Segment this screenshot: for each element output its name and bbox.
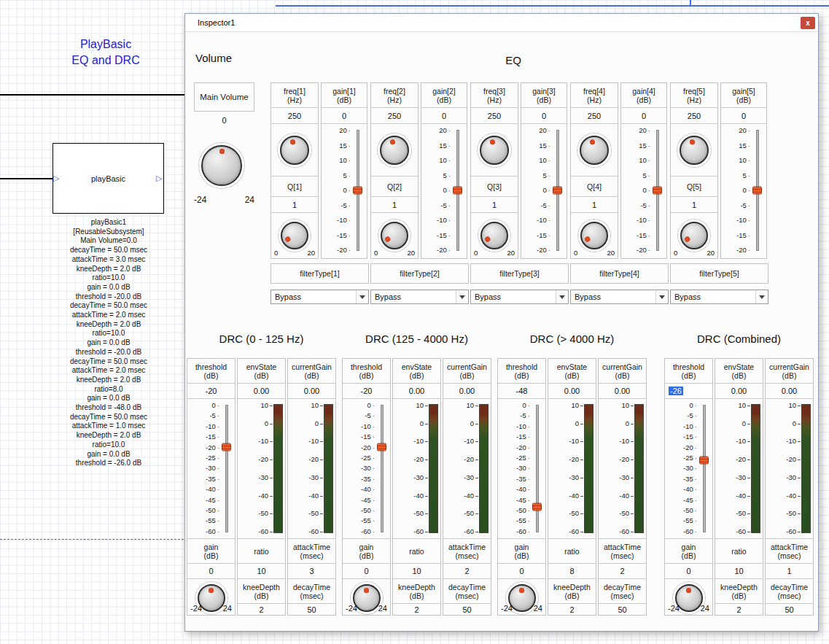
q-value[interactable]: 1: [371, 197, 418, 213]
ratio-value[interactable]: 10: [715, 564, 763, 579]
freq-value[interactable]: 250: [571, 108, 618, 124]
filtertype-dropdown[interactable]: Bypass: [570, 290, 669, 304]
slider-handle[interactable]: [752, 187, 762, 195]
gain-value[interactable]: 0: [721, 108, 766, 124]
q-knob[interactable]: 020: [571, 213, 618, 258]
q-knob[interactable]: 020: [371, 213, 418, 258]
freq-value[interactable]: 250: [371, 108, 418, 124]
kneedepth-value[interactable]: 2: [238, 604, 285, 615]
freq-value[interactable]: 250: [471, 108, 518, 124]
threshold-value[interactable]: -20: [343, 384, 390, 399]
freq-value[interactable]: 250: [271, 108, 318, 124]
eq-channel-2: freq[2](Hz) 250 Q[2] 1 020 gain[2](dB) 0: [370, 82, 469, 304]
playbasic-block[interactable]: playBasic: [52, 143, 164, 214]
q-value[interactable]: 1: [571, 197, 618, 213]
ratio-label-cell: ratio: [548, 539, 596, 564]
close-button[interactable]: x: [801, 17, 815, 29]
eq-channel-1: freq[1](Hz) 250 Q[1] 1 020 gain[1](dB) 0: [271, 82, 369, 304]
gain-value[interactable]: 0: [322, 108, 367, 124]
window-titlebar[interactable]: Inspector1 x: [185, 14, 818, 32]
q-knob[interactable]: 020: [471, 213, 518, 258]
knob-pointer-icon: [677, 219, 712, 253]
q-value[interactable]: 1: [271, 197, 318, 213]
gain-value[interactable]: 0: [187, 564, 235, 579]
slider-rail[interactable]: [652, 130, 663, 251]
gain-value[interactable]: 0: [343, 564, 390, 579]
gain-knob[interactable]: -2424: [343, 579, 390, 615]
attacktime-value[interactable]: 2: [443, 564, 491, 579]
freq-knob[interactable]: [571, 124, 618, 176]
kneedepth-value[interactable]: 2: [393, 604, 440, 615]
threshold-value[interactable]: -26: [665, 384, 712, 399]
decaytime-value[interactable]: 50: [766, 604, 813, 615]
gain-knob[interactable]: -2424: [187, 579, 235, 615]
slider-rail[interactable]: [752, 130, 763, 251]
gain-value[interactable]: 0: [665, 564, 712, 579]
slider-handle[interactable]: [222, 443, 231, 451]
slider-rail[interactable]: [698, 405, 710, 532]
threshold-slider[interactable]: 0-5-10-15-20-25-30-35-40-45-50-55-60: [188, 399, 234, 538]
kneedepth-value[interactable]: 2: [715, 604, 763, 615]
freq-knob[interactable]: [671, 124, 717, 176]
q-knob[interactable]: 020: [271, 213, 318, 258]
attacktime-label-cell: attackTime(msec): [599, 539, 646, 564]
slider-rail[interactable]: [552, 130, 564, 251]
gain-value[interactable]: 0: [621, 108, 666, 124]
q-value[interactable]: 1: [671, 197, 717, 213]
gain-value[interactable]: 0: [521, 108, 567, 124]
filtertype-dropdown[interactable]: Bypass: [470, 290, 569, 304]
freq-knob[interactable]: [371, 124, 418, 176]
attacktime-value[interactable]: 3: [288, 564, 335, 579]
threshold-slider[interactable]: 0-5-10-15-20-25-30-35-40-45-50-55-60: [666, 399, 712, 538]
gain-slider[interactable]: 20151050-5-10-15-20: [323, 124, 365, 257]
gain-value[interactable]: 0: [498, 564, 545, 579]
kneedepth-value[interactable]: 2: [548, 604, 596, 615]
slider-handle[interactable]: [653, 187, 662, 195]
slider-rail[interactable]: [452, 130, 464, 251]
decaytime-value[interactable]: 50: [288, 604, 335, 615]
slider-handle[interactable]: [377, 443, 386, 451]
main-volume-value[interactable]: 0: [194, 116, 254, 125]
gain-slider[interactable]: 20151050-5-10-15-20: [423, 124, 465, 257]
gain-slider[interactable]: 20151050-5-10-15-20: [523, 124, 565, 257]
filtertype-dropdown[interactable]: Bypass: [670, 290, 768, 304]
threshold-value[interactable]: -48: [498, 384, 545, 399]
slider-handle[interactable]: [453, 187, 462, 195]
gain-label-cell: gain(dB): [665, 539, 712, 564]
threshold-value[interactable]: -20: [187, 384, 235, 399]
gain-value[interactable]: 0: [421, 108, 467, 124]
ratio-value[interactable]: 8: [548, 564, 596, 579]
decaytime-value[interactable]: 50: [443, 604, 491, 615]
threshold-slider[interactable]: 0-5-10-15-20-25-30-35-40-45-50-55-60: [499, 399, 545, 538]
filtertype-dropdown[interactable]: Bypass: [271, 290, 369, 304]
filtertype-dropdown[interactable]: Bypass: [370, 290, 469, 304]
attacktime-value[interactable]: 1: [766, 564, 813, 579]
gain-knob[interactable]: -2424: [498, 579, 545, 615]
currentgain-label-cell: currentGain(dB): [766, 359, 813, 384]
freq-value[interactable]: 250: [671, 108, 717, 124]
attacktime-value[interactable]: 2: [599, 564, 646, 579]
slider-handle[interactable]: [553, 187, 562, 195]
gain-slider[interactable]: 20151050-5-10-15-20: [723, 124, 765, 257]
threshold-slider[interactable]: 0-5-10-15-20-25-30-35-40-45-50-55-60: [343, 399, 389, 538]
slider-rail[interactable]: [352, 130, 364, 251]
ratio-value[interactable]: 10: [393, 564, 440, 579]
q-knob[interactable]: 020: [671, 213, 717, 258]
slider-rail[interactable]: [221, 405, 233, 532]
attacktime-label-cell: attackTime(msec): [766, 539, 813, 564]
q-value[interactable]: 1: [471, 197, 518, 213]
slider-handle[interactable]: [699, 456, 709, 464]
gain-slider[interactable]: 20151050-5-10-15-20: [623, 124, 665, 257]
slider-scale: 20151050-5-10-15-20: [323, 124, 351, 257]
freq-knob[interactable]: [471, 124, 518, 176]
slider-rail[interactable]: [376, 405, 388, 532]
slider-handle[interactable]: [532, 503, 542, 511]
decaytime-value[interactable]: 50: [599, 604, 646, 615]
slider-rail[interactable]: [532, 405, 543, 532]
knob-pointer-icon: [279, 133, 311, 166]
gain-knob[interactable]: -2424: [665, 579, 712, 615]
ratio-value[interactable]: 10: [238, 564, 285, 579]
main-volume-knob[interactable]: -2424: [194, 138, 254, 218]
freq-knob[interactable]: [271, 124, 318, 176]
slider-handle[interactable]: [353, 187, 362, 195]
